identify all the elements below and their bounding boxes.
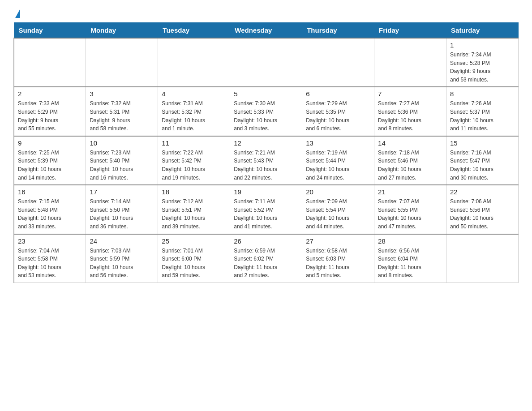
column-header-monday: Monday	[86, 23, 158, 39]
calendar-day-cell	[302, 38, 374, 87]
day-number: 12	[234, 139, 298, 147]
day-info: Sunrise: 6:58 AM Sunset: 6:03 PM Dayligh…	[306, 247, 370, 280]
calendar-week-row: 2Sunrise: 7:33 AM Sunset: 5:29 PM Daylig…	[14, 87, 519, 136]
day-number: 26	[234, 237, 298, 245]
day-info: Sunrise: 7:22 AM Sunset: 5:42 PM Dayligh…	[162, 149, 226, 182]
calendar-day-cell: 6Sunrise: 7:29 AM Sunset: 5:35 PM Daylig…	[302, 87, 374, 136]
calendar-header-row: SundayMondayTuesdayWednesdayThursdayFrid…	[14, 23, 519, 39]
calendar-day-cell: 14Sunrise: 7:18 AM Sunset: 5:46 PM Dayli…	[374, 136, 446, 185]
calendar-day-cell: 23Sunrise: 7:04 AM Sunset: 5:58 PM Dayli…	[14, 234, 86, 283]
day-number: 23	[18, 237, 82, 245]
calendar-day-cell: 19Sunrise: 7:11 AM Sunset: 5:52 PM Dayli…	[230, 185, 302, 234]
day-number: 10	[90, 139, 154, 147]
calendar-week-row: 1Sunrise: 7:34 AM Sunset: 5:28 PM Daylig…	[14, 38, 519, 87]
calendar-day-cell: 11Sunrise: 7:22 AM Sunset: 5:42 PM Dayli…	[158, 136, 230, 185]
calendar-day-cell: 7Sunrise: 7:27 AM Sunset: 5:36 PM Daylig…	[374, 87, 446, 136]
day-info: Sunrise: 7:15 AM Sunset: 5:48 PM Dayligh…	[18, 197, 82, 231]
calendar-day-cell: 2Sunrise: 7:33 AM Sunset: 5:29 PM Daylig…	[14, 87, 86, 136]
day-number: 24	[90, 237, 154, 245]
day-info: Sunrise: 7:03 AM Sunset: 5:59 PM Dayligh…	[90, 247, 154, 280]
day-number: 14	[378, 139, 442, 147]
day-info: Sunrise: 6:59 AM Sunset: 6:02 PM Dayligh…	[234, 247, 298, 280]
day-info: Sunrise: 7:12 AM Sunset: 5:51 PM Dayligh…	[162, 197, 226, 231]
day-number: 16	[18, 188, 82, 196]
calendar-day-cell: 26Sunrise: 6:59 AM Sunset: 6:02 PM Dayli…	[230, 234, 302, 283]
calendar-day-cell: 10Sunrise: 7:23 AM Sunset: 5:40 PM Dayli…	[86, 136, 158, 185]
column-header-tuesday: Tuesday	[158, 23, 230, 39]
day-info: Sunrise: 7:06 AM Sunset: 5:56 PM Dayligh…	[450, 197, 515, 231]
day-number: 13	[306, 139, 370, 147]
day-number: 15	[450, 139, 515, 147]
day-info: Sunrise: 7:04 AM Sunset: 5:58 PM Dayligh…	[18, 247, 82, 280]
day-number: 1	[450, 41, 515, 49]
calendar-day-cell: 8Sunrise: 7:26 AM Sunset: 5:37 PM Daylig…	[446, 87, 519, 136]
day-info: Sunrise: 7:25 AM Sunset: 5:39 PM Dayligh…	[18, 149, 82, 182]
calendar-week-row: 23Sunrise: 7:04 AM Sunset: 5:58 PM Dayli…	[14, 234, 519, 283]
day-number: 7	[378, 90, 442, 98]
calendar-day-cell: 18Sunrise: 7:12 AM Sunset: 5:51 PM Dayli…	[158, 185, 230, 234]
calendar-day-cell: 15Sunrise: 7:16 AM Sunset: 5:47 PM Dayli…	[446, 136, 519, 185]
day-info: Sunrise: 7:33 AM Sunset: 5:29 PM Dayligh…	[18, 99, 82, 133]
day-info: Sunrise: 7:26 AM Sunset: 5:37 PM Dayligh…	[450, 99, 515, 133]
day-number: 5	[234, 90, 298, 98]
calendar-week-row: 16Sunrise: 7:15 AM Sunset: 5:48 PM Dayli…	[14, 185, 519, 234]
day-info: Sunrise: 7:29 AM Sunset: 5:35 PM Dayligh…	[306, 99, 370, 133]
day-number: 4	[162, 90, 226, 98]
day-number: 17	[90, 188, 154, 196]
day-info: Sunrise: 6:56 AM Sunset: 6:04 PM Dayligh…	[378, 247, 442, 280]
day-info: Sunrise: 7:07 AM Sunset: 5:55 PM Dayligh…	[378, 197, 442, 231]
day-info: Sunrise: 7:11 AM Sunset: 5:52 PM Dayligh…	[234, 197, 298, 231]
day-info: Sunrise: 7:01 AM Sunset: 6:00 PM Dayligh…	[162, 247, 226, 280]
calendar-day-cell: 17Sunrise: 7:14 AM Sunset: 5:50 PM Dayli…	[86, 185, 158, 234]
day-number: 28	[378, 237, 442, 245]
day-number: 21	[378, 188, 442, 196]
day-info: Sunrise: 7:32 AM Sunset: 5:31 PM Dayligh…	[90, 99, 154, 133]
day-number: 20	[306, 188, 370, 196]
calendar-day-cell	[230, 38, 302, 87]
calendar-day-cell: 24Sunrise: 7:03 AM Sunset: 5:59 PM Dayli…	[86, 234, 158, 283]
day-info: Sunrise: 7:21 AM Sunset: 5:43 PM Dayligh…	[234, 149, 298, 182]
calendar-day-cell: 1Sunrise: 7:34 AM Sunset: 5:28 PM Daylig…	[446, 38, 519, 87]
calendar-day-cell: 9Sunrise: 7:25 AM Sunset: 5:39 PM Daylig…	[14, 136, 86, 185]
calendar-day-cell	[158, 38, 230, 87]
day-number: 19	[234, 188, 298, 196]
calendar-day-cell: 12Sunrise: 7:21 AM Sunset: 5:43 PM Dayli…	[230, 136, 302, 185]
column-header-sunday: Sunday	[14, 23, 86, 39]
calendar-day-cell: 3Sunrise: 7:32 AM Sunset: 5:31 PM Daylig…	[86, 87, 158, 136]
calendar-day-cell: 25Sunrise: 7:01 AM Sunset: 6:00 PM Dayli…	[158, 234, 230, 283]
calendar-day-cell: 28Sunrise: 6:56 AM Sunset: 6:04 PM Dayli…	[374, 234, 446, 283]
calendar-day-cell	[86, 38, 158, 87]
calendar-day-cell	[446, 234, 519, 283]
column-header-thursday: Thursday	[302, 23, 374, 39]
calendar-week-row: 9Sunrise: 7:25 AM Sunset: 5:39 PM Daylig…	[14, 136, 519, 185]
calendar-day-cell	[14, 38, 86, 87]
calendar-day-cell: 21Sunrise: 7:07 AM Sunset: 5:55 PM Dayli…	[374, 185, 446, 234]
calendar-day-cell: 5Sunrise: 7:30 AM Sunset: 5:33 PM Daylig…	[230, 87, 302, 136]
calendar-day-cell: 22Sunrise: 7:06 AM Sunset: 5:56 PM Dayli…	[446, 185, 519, 234]
day-info: Sunrise: 7:19 AM Sunset: 5:44 PM Dayligh…	[306, 149, 370, 182]
day-info: Sunrise: 7:09 AM Sunset: 5:54 PM Dayligh…	[306, 197, 370, 231]
calendar-day-cell: 16Sunrise: 7:15 AM Sunset: 5:48 PM Dayli…	[14, 185, 86, 234]
calendar-day-cell	[374, 38, 446, 87]
calendar-day-cell: 27Sunrise: 6:58 AM Sunset: 6:03 PM Dayli…	[302, 234, 374, 283]
day-number: 27	[306, 237, 370, 245]
calendar-day-cell: 4Sunrise: 7:31 AM Sunset: 5:32 PM Daylig…	[158, 87, 230, 136]
logo-triangle-icon	[15, 9, 20, 18]
calendar-table: SundayMondayTuesdayWednesdayThursdayFrid…	[13, 22, 519, 283]
day-number: 22	[450, 188, 515, 196]
day-info: Sunrise: 7:34 AM Sunset: 5:28 PM Dayligh…	[450, 51, 515, 84]
column-header-friday: Friday	[374, 23, 446, 39]
day-number: 3	[90, 90, 154, 98]
day-info: Sunrise: 7:30 AM Sunset: 5:33 PM Dayligh…	[234, 99, 298, 133]
calendar-day-cell: 20Sunrise: 7:09 AM Sunset: 5:54 PM Dayli…	[302, 185, 374, 234]
page-header	[13, 9, 519, 18]
day-number: 9	[18, 139, 82, 147]
day-info: Sunrise: 7:27 AM Sunset: 5:36 PM Dayligh…	[378, 99, 442, 133]
day-number: 2	[18, 90, 82, 98]
day-number: 6	[306, 90, 370, 98]
column-header-wednesday: Wednesday	[230, 23, 302, 39]
day-info: Sunrise: 7:23 AM Sunset: 5:40 PM Dayligh…	[90, 149, 154, 182]
day-number: 18	[162, 188, 226, 196]
day-info: Sunrise: 7:31 AM Sunset: 5:32 PM Dayligh…	[162, 99, 226, 133]
day-info: Sunrise: 7:18 AM Sunset: 5:46 PM Dayligh…	[378, 149, 442, 182]
